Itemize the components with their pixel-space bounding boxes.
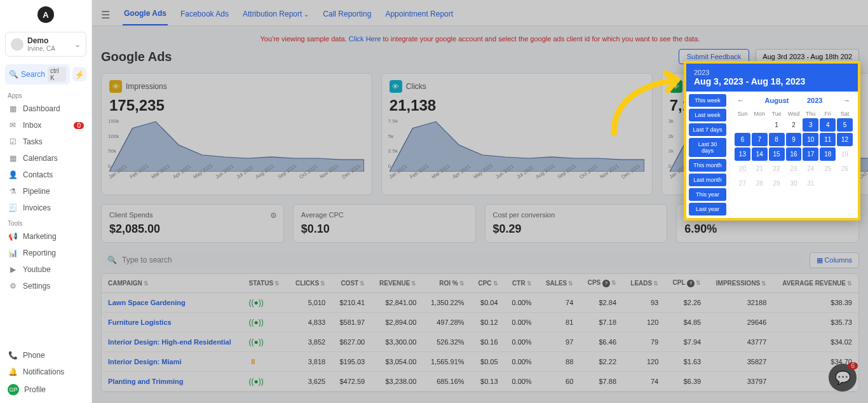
day-29[interactable]: 29 — [769, 177, 785, 190]
col-roi-[interactable]: ROI %⇅ — [423, 274, 470, 293]
day-12[interactable]: 12 — [837, 133, 853, 146]
day-23[interactable]: 23 — [786, 162, 802, 175]
day-13[interactable]: 13 — [735, 147, 750, 161]
preset-last-30-days[interactable]: Last 30 days — [689, 138, 726, 157]
sample-data-banner: You're viewing sample data. Click Here t… — [101, 35, 859, 43]
chat-icon: 💬 — [835, 370, 851, 385]
nav-youtube[interactable]: ▶Youtube — [0, 261, 92, 278]
stat-value: $0.10 — [301, 222, 468, 236]
day-31[interactable]: 31 — [803, 177, 818, 190]
bell-icon: 🔔 — [8, 367, 18, 376]
hamburger-icon[interactable]: ☰ — [101, 9, 110, 21]
day-20[interactable]: 20 — [735, 162, 750, 175]
phone-icon: 📞 — [8, 351, 18, 360]
invoices-icon: 🧾 — [8, 203, 18, 212]
nav-dashboard[interactable]: ▦Dashboard — [0, 100, 92, 117]
day-30[interactable]: 30 — [786, 177, 802, 190]
day-1[interactable]: 1 — [769, 118, 785, 132]
day-14[interactable]: 14 — [752, 147, 768, 161]
col-cpl[interactable]: CPL ?⇅ — [665, 274, 707, 293]
col-status[interactable]: STATUS⇅ — [243, 274, 288, 293]
nav-calendars[interactable]: ▦Calendars — [0, 150, 92, 167]
tab-google-ads[interactable]: Google Ads — [123, 4, 168, 25]
col-revenue[interactable]: REVENUE⇅ — [371, 274, 423, 293]
tab-call-reporting[interactable]: Call Reporting — [322, 4, 372, 25]
day-3[interactable]: 3 — [803, 118, 818, 132]
col-clicks[interactable]: CLICKS⇅ — [288, 274, 332, 293]
campaign-link[interactable]: Lawn Space Gardening — [102, 293, 243, 313]
day-26[interactable]: 26 — [837, 162, 853, 175]
col-sales[interactable]: SALES⇅ — [538, 274, 580, 293]
preset-last-year[interactable]: Last year — [689, 203, 726, 215]
banner-link[interactable]: Click Here — [349, 35, 381, 43]
day-15[interactable]: 15 — [769, 147, 785, 161]
preset-this-year[interactable]: This year — [689, 188, 726, 201]
day-10[interactable]: 10 — [803, 133, 818, 146]
nav-notifications[interactable]: 🔔Notifications — [0, 364, 92, 380]
col-leads[interactable]: LEADS⇅ — [623, 274, 665, 293]
nav-settings[interactable]: ⚙Settings — [0, 278, 92, 294]
col-ctr[interactable]: CTR⇅ — [505, 274, 538, 293]
marketing-icon: 📢 — [8, 232, 18, 241]
nav-reporting[interactable]: 📊Reporting — [0, 245, 92, 261]
cal-year[interactable]: 2023 — [807, 97, 822, 104]
tab-facebook-ads[interactable]: Facebook Ads — [179, 4, 230, 25]
chat-fab[interactable]: 💬 6 — [829, 364, 857, 392]
campaign-link[interactable]: Planting and Trimming — [102, 372, 243, 392]
campaign-link[interactable]: Interior Design: Miami — [102, 352, 243, 372]
day-5[interactable]: 5 — [837, 118, 853, 132]
preset-this-week[interactable]: This week — [689, 94, 726, 107]
nav-profile[interactable]: GPProfile — [0, 380, 92, 399]
page-title: Google Ads — [101, 50, 172, 64]
day-18[interactable]: 18 — [820, 147, 836, 161]
account-switcher[interactable]: Demo Irvine, CA ⌄ — [5, 32, 86, 57]
preset-last-week[interactable]: Last week — [689, 109, 726, 121]
preset-last-month[interactable]: Last month — [689, 174, 726, 186]
day-9[interactable]: 9 — [786, 133, 802, 146]
campaign-link[interactable]: Interior Design: High-end Residential — [102, 332, 243, 352]
nav-pipeline[interactable]: ⚗Pipeline — [0, 183, 92, 200]
col-average-revenue[interactable]: AVERAGE REVENUE⇅ — [773, 274, 858, 293]
metric-label: Impressions — [126, 82, 167, 91]
day-28[interactable]: 28 — [752, 177, 768, 190]
day-8[interactable]: 8 — [769, 133, 785, 146]
day-25[interactable]: 25 — [820, 162, 836, 175]
nav-tasks[interactable]: ☑Tasks — [0, 133, 92, 150]
col-cps[interactable]: CPS ?⇅ — [580, 274, 623, 293]
nav-inbox[interactable]: ✉Inbox0 — [0, 117, 92, 133]
day-6[interactable]: 6 — [735, 133, 750, 146]
col-cost[interactable]: COST⇅ — [332, 274, 371, 293]
col-cpc[interactable]: CPC⇅ — [471, 274, 505, 293]
nav-invoices[interactable]: 🧾Invoices — [0, 200, 92, 216]
tab-attribution[interactable]: Attribution Report⌄ — [241, 4, 310, 25]
cal-month[interactable]: August — [765, 97, 789, 104]
col-impressions[interactable]: IMPRESSIONS⇅ — [707, 274, 773, 293]
prev-month-arrow[interactable]: ← — [735, 95, 747, 106]
day-16[interactable]: 16 — [786, 147, 802, 161]
day-22[interactable]: 22 — [769, 162, 785, 175]
table-search[interactable]: 🔍 Type to search — [101, 252, 803, 268]
columns-button[interactable]: ▦ Columns — [810, 252, 859, 268]
nav-phone[interactable]: 📞Phone — [0, 347, 92, 364]
day-24[interactable]: 24 — [803, 162, 818, 175]
nav-marketing[interactable]: 📢Marketing — [0, 228, 92, 245]
day-7[interactable]: 7 — [752, 133, 768, 146]
preset-last-7-days[interactable]: Last 7 days — [689, 123, 726, 136]
tab-appointment[interactable]: Appointment Report — [384, 4, 454, 25]
next-month-arrow[interactable]: → — [841, 95, 853, 106]
nav-contacts[interactable]: 👤Contacts — [0, 167, 92, 183]
preset-this-month[interactable]: This month — [689, 159, 726, 172]
day-27[interactable]: 27 — [735, 177, 750, 190]
campaign-link[interactable]: Furniture Logistics — [102, 313, 243, 332]
day-4[interactable]: 4 — [820, 118, 836, 132]
day-17[interactable]: 17 — [803, 147, 818, 161]
day-21[interactable]: 21 — [752, 162, 768, 175]
search-button[interactable]: 🔍 Search ctrl K — [5, 64, 70, 85]
dp-year: 2023 — [694, 69, 850, 76]
day-19[interactable]: 19 — [837, 147, 853, 161]
day-11[interactable]: 11 — [820, 133, 836, 146]
ai-button[interactable]: ⚡ — [72, 67, 86, 81]
gear-icon[interactable]: ⚙ — [270, 211, 277, 220]
col-campaign[interactable]: CAMPAIGN⇅ — [102, 274, 243, 293]
day-2[interactable]: 2 — [786, 118, 802, 132]
